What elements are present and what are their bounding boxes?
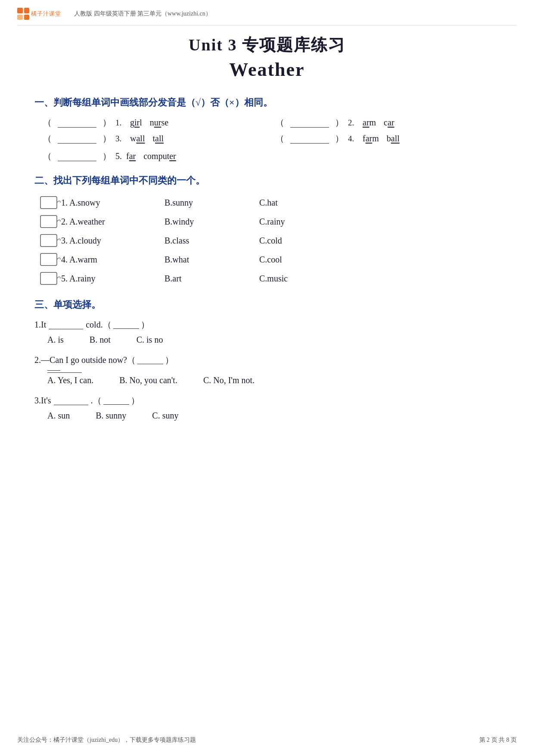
checkbox-4[interactable] (39, 252, 61, 267)
odd-4-c: C.cool (259, 255, 282, 265)
blank-4[interactable] (290, 134, 329, 144)
mc-question-3: 3.It's .（ ） (34, 395, 500, 406)
blank-5[interactable] (58, 152, 96, 161)
footer: 关注公众号：橘子汁课堂（juzizhi_edu），下载更多专项题库练习题 第 2… (0, 736, 534, 744)
section1-heading: 一、判断每组单词中画线部分发音是（√）否（×）相同。 (34, 96, 500, 109)
odd-4-b: B.what (165, 255, 259, 265)
svg-rect-4 (40, 272, 57, 284)
svg-rect-0 (40, 197, 57, 209)
odd-2-a: 2. A.weather (61, 217, 165, 227)
mc-opt-3a[interactable]: A. sun (47, 411, 70, 421)
checkbox-3[interactable] (39, 233, 61, 248)
odd-2-b: B.windy (165, 217, 259, 227)
logo-icon (17, 8, 29, 20)
mc-opt-2a[interactable]: A. Yes, I can. (47, 375, 93, 385)
odd-3-b: B.class (165, 236, 259, 246)
mc-opt-2c[interactable]: C. No, I'm not. (203, 375, 255, 385)
logo-sq-1 (17, 8, 23, 13)
odd-row-3: 3. A.cloudy B.class C.cold (39, 233, 504, 248)
mc-opt-2b[interactable]: B. No, you can't. (119, 375, 177, 385)
footer-left: 关注公众号：橘子汁课堂（juzizhi_edu），下载更多专项题库练习题 (17, 736, 196, 744)
mc-options-3: A. sun B. sunny C. suny (47, 411, 500, 421)
q2-reply-lines (47, 370, 500, 373)
odd-row-1: 1. A.snowy B.sunny C.hat (39, 195, 504, 210)
checkbox-1[interactable] (39, 195, 61, 210)
svg-rect-2 (40, 234, 57, 247)
section3-heading: 三、单项选择。 (34, 298, 500, 311)
logo-sq-4 (24, 15, 30, 20)
footer-right: 第 2 页 共 8 页 (479, 736, 517, 744)
odd-3-a: 3. A.cloudy (61, 236, 165, 246)
odd-5-c: C.music (259, 274, 288, 284)
section2-heading: 二、找出下列每组单词中不同类的一个。 (34, 174, 500, 187)
mc-opt-3b[interactable]: B. sunny (96, 411, 126, 421)
logo: 橘子汁课堂 (17, 8, 61, 20)
mc-block-2: 2.—Can I go outside now?（ ） A. Yes, I ca… (34, 354, 500, 385)
logo-sq-2 (24, 8, 30, 13)
logo-sq-3 (17, 15, 23, 20)
mc-opt-1c[interactable]: C. is no (137, 335, 163, 345)
mc-block-3: 3.It's .（ ） A. sun B. sunny C. suny (34, 395, 500, 421)
odd-1-b: B.sunny (165, 198, 259, 208)
mc-blank-3[interactable] (54, 397, 88, 405)
odd-table: 1. A.snowy B.sunny C.hat 2. A.weather B.… (39, 195, 504, 286)
odd-1-a: 1. A.snowy (61, 198, 165, 208)
phonics-item-4: （ ） 4. farm ball (276, 133, 500, 144)
phonics-item-5: （ ） 5. far computer (43, 150, 500, 162)
checkbox-5[interactable] (39, 271, 61, 286)
mc-opt-3c[interactable]: C. suny (152, 411, 178, 421)
mc-block-1: 1.It cold.（ ） A. is B. not C. is no (34, 319, 500, 345)
blank-3[interactable] (58, 134, 96, 144)
phonics-item-2: （ ） 2. arm car (276, 117, 500, 128)
phonics-grid: （ ） 1. girl nurse （ ） 2. arm car （ ） 3. (43, 117, 500, 144)
checkbox-2[interactable] (39, 214, 61, 229)
mc-blank-1[interactable] (49, 321, 83, 329)
phonics-item-3: （ ） 3. wall tall (43, 133, 267, 144)
odd-5-b: B.art (165, 274, 259, 284)
logo-label: 橘子汁课堂 (31, 10, 61, 18)
svg-rect-3 (40, 253, 57, 266)
phonics-item-1: （ ） 1. girl nurse (43, 117, 267, 128)
odd-5-a: 5. A.rainy (61, 274, 165, 284)
header-subtitle: 人教版 四年级英语下册 第三单元（www.juzizhi.cn） (74, 10, 211, 18)
header: 橘子汁课堂 人教版 四年级英语下册 第三单元（www.juzizhi.cn） (0, 0, 534, 20)
odd-row-5: 5. A.rainy B.art C.music (39, 271, 504, 286)
odd-row-4: 4. A.warm B.what C.cool (39, 252, 504, 267)
mc-question-2: 2.—Can I go outside now?（ ） (34, 354, 500, 366)
mc-options-1: A. is B. not C. is no (47, 335, 500, 345)
svg-rect-1 (40, 216, 57, 228)
odd-3-c: C.cold (259, 236, 282, 246)
odd-1-c: C.hat (259, 198, 278, 208)
blank-1[interactable] (58, 118, 96, 128)
mc-question-1: 1.It cold.（ ） (34, 319, 500, 331)
unit-title: Unit 3 专项题库练习 (34, 34, 500, 56)
main-content: Unit 3 专项题库练习 Weather 一、判断每组单词中画线部分发音是（√… (0, 25, 534, 456)
mc-options-2: A. Yes, I can. B. No, you can't. C. No, … (47, 375, 500, 385)
odd-2-c: C.rainy (259, 217, 285, 227)
blank-2[interactable] (290, 118, 329, 128)
odd-row-2: 2. A.weather B.windy C.rainy (39, 214, 504, 229)
mc-opt-1b[interactable]: B. not (90, 335, 111, 345)
weather-title: Weather (34, 59, 500, 81)
title-block: Unit 3 专项题库练习 Weather (34, 34, 500, 81)
odd-4-a: 4. A.warm (61, 255, 165, 265)
mc-opt-1a[interactable]: A. is (47, 335, 64, 345)
